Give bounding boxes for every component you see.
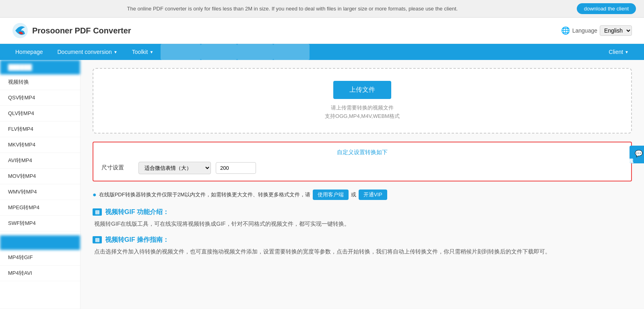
- sidebar-active-bottom[interactable]: ██████: [0, 235, 80, 250]
- chevron-down-icon: ▼: [625, 50, 629, 54]
- globe-icon: 🌐: [561, 26, 570, 35]
- sidebar-item-mp4-avi[interactable]: MP4转AVI: [0, 266, 80, 281]
- nav-document-conversion[interactable]: Document conversion ▼: [50, 44, 125, 60]
- size-select[interactable]: 适合微信表情（大）: [138, 162, 211, 174]
- intro-heading: ▤ 视频转GIF 功能介绍：: [93, 208, 632, 216]
- sidebar-item-avi-mp4[interactable]: AVI转MP4: [0, 153, 80, 169]
- upload-button[interactable]: 上传文件: [333, 81, 391, 99]
- guide-icon: ▤: [93, 236, 102, 243]
- upload-hint: 请上传需要转换的视频文件 支持OGG,MP4,M4V,WEBM格式: [101, 104, 623, 121]
- upload-section: 上传文件 请上传需要转换的视频文件 支持OGG,MP4,M4V,WEBM格式 U…: [93, 68, 632, 134]
- chevron-down-icon: ▼: [150, 50, 154, 54]
- chat-float-button[interactable]: 💬 在线客服: [630, 146, 644, 163]
- logo-area: Prosooner PDF Converter: [12, 23, 131, 39]
- sidebar: ██████ 视频转换 QSV转MP4 QLV转MP4 FLV转MP4 MKV转…: [0, 60, 80, 309]
- language-label: Language: [572, 27, 597, 34]
- settings-row: 尺寸设置 适合微信表情（大）: [101, 162, 623, 174]
- nav-spacer: [310, 44, 601, 60]
- use-client-button[interactable]: 使用客户端: [313, 190, 349, 200]
- logo-icon: [12, 23, 28, 39]
- open-vip-button[interactable]: 开通VIP: [359, 190, 387, 200]
- sidebar-item-qlv-mp4[interactable]: QLV转MP4: [0, 106, 80, 122]
- language-select[interactable]: English: [600, 25, 632, 36]
- navbar: Homepage Document conversion ▼ Toolkit ▼…: [0, 44, 644, 60]
- sidebar-item-flv-mp4[interactable]: FLV转MP4: [0, 122, 80, 137]
- size-value-input[interactable]: [216, 162, 256, 174]
- content-area: 上传文件 请上传需要转换的视频文件 支持OGG,MP4,M4V,WEBM格式 U…: [80, 60, 644, 309]
- intro-icon: ▤: [93, 208, 102, 216]
- sidebar-item-video-convert[interactable]: 视频转换: [0, 74, 80, 90]
- nav-blurred-4[interactable]: [273, 44, 310, 60]
- nav-blurred-2[interactable]: [201, 44, 237, 60]
- nav-client[interactable]: Client ▼: [601, 44, 636, 60]
- info-line: ● 在线版PDF转换器转换文件仅限于2M以内文件，如需转换更大文件、转换更多格式…: [93, 190, 632, 200]
- settings-title: 自定义设置转换如下: [101, 149, 623, 156]
- sidebar-item-wmv-mp4[interactable]: WMV转MP4: [0, 184, 80, 200]
- guide-heading: ▤ 视频转GIF 操作指南：: [93, 236, 632, 244]
- sidebar-active-item[interactable]: ██████: [0, 60, 80, 74]
- sidebar-item-mkv-mp4[interactable]: MKV转MP4: [0, 137, 80, 153]
- nav-blurred-3[interactable]: [237, 44, 273, 60]
- sidebar-item-qsv-mp4[interactable]: QSV转MP4: [0, 90, 80, 106]
- size-label: 尺寸设置: [101, 164, 134, 171]
- chevron-down-icon: ▼: [114, 50, 118, 54]
- download-client-button[interactable]: download the client: [577, 3, 636, 14]
- top-banner: The online PDF converter is only for fil…: [0, 0, 644, 18]
- sidebar-item-mpeg-mp4[interactable]: MPEG转MP4: [0, 200, 80, 216]
- language-area: 🌐 Language English: [561, 25, 632, 36]
- settings-box: 自定义设置转换如下 尺寸设置 适合微信表情（大）: [93, 142, 632, 181]
- nav-homepage[interactable]: Homepage: [8, 44, 50, 60]
- intro-body: 视频转GIF在线版工具，可在线实现将视频转换成GIF，针对不同格式的视频文件，都…: [93, 220, 632, 228]
- settings-section: 自定义设置转换如下 尺寸设置 适合微信表情（大）: [93, 142, 632, 181]
- bullet-icon: ●: [93, 191, 97, 198]
- chat-icon: 💬: [634, 150, 642, 158]
- guide-body: 点击选择文件加入待转换的视频文件，也可直接拖动视频文件添加，设置需要转换的宽度等…: [93, 248, 632, 255]
- sidebar-item-mov-mp4[interactable]: MOV转MP4: [0, 169, 80, 184]
- main-layout: ██████ 视频转换 QSV转MP4 QLV转MP4 FLV转MP4 MKV转…: [0, 60, 644, 309]
- sidebar-item-mp4-gif[interactable]: MP4转GIF: [0, 250, 80, 266]
- logo-text: Prosooner PDF Converter: [32, 26, 131, 35]
- upload-area: 上传文件 请上传需要转换的视频文件 支持OGG,MP4,M4V,WEBM格式: [93, 68, 632, 134]
- banner-text: The online PDF converter is only for fil…: [8, 6, 577, 12]
- nav-toolkit[interactable]: Toolkit ▼: [125, 44, 161, 60]
- sidebar-item-swf-mp4[interactable]: SWF转MP4: [0, 216, 80, 231]
- header: Prosooner PDF Converter 🌐 Language Engli…: [0, 18, 644, 44]
- nav-blurred-1[interactable]: [161, 44, 201, 60]
